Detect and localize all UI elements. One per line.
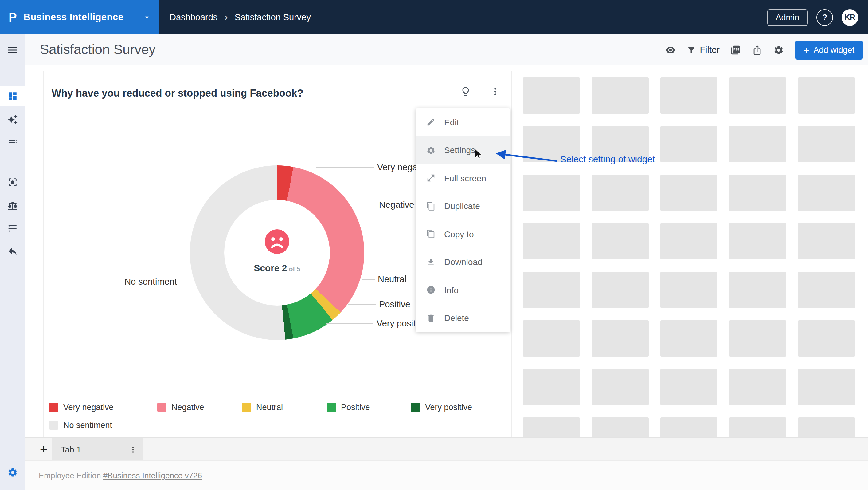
widget-title: Why have you reduced or stopped using Fa… <box>52 87 304 99</box>
placeholder-tile <box>592 369 649 405</box>
admin-button[interactable]: Admin <box>767 9 808 26</box>
menu-item-duplicate[interactable]: Duplicate <box>416 192 510 220</box>
download-icon <box>426 258 436 267</box>
plus-icon: + <box>804 46 809 54</box>
placeholder-tile <box>798 272 855 308</box>
tab-bar: + Tab 1 <box>25 437 868 460</box>
placeholder-tile <box>660 126 717 162</box>
sidebar-item-ai-sparkles[interactable] <box>0 110 25 129</box>
visibility-eye-icon[interactable] <box>665 45 676 55</box>
legend-swatch <box>49 420 58 429</box>
avatar[interactable]: KR <box>842 9 858 26</box>
add-widget-button[interactable]: + Add widget <box>795 40 863 59</box>
dashboard-settings-gear-icon[interactable] <box>774 45 784 55</box>
sidebar-item-contents[interactable] <box>0 132 25 152</box>
leader-line <box>348 304 376 305</box>
hamburger-menu-icon[interactable] <box>0 40 25 60</box>
menu-item-edit[interactable]: Edit <box>416 108 510 136</box>
placeholder-tile <box>798 175 855 211</box>
menu-item-info[interactable]: Info <box>416 276 510 304</box>
legend-swatch <box>242 402 251 412</box>
leader-line <box>180 282 193 282</box>
annotation-text: Select setting of widget <box>560 154 655 164</box>
version-link[interactable]: #Business Intelligence v726 <box>103 471 202 480</box>
app-window: P Business Intelligence Dashboards › Sat… <box>0 0 868 490</box>
gear-icon <box>426 146 436 155</box>
leader-line <box>354 205 376 205</box>
menu-item-label: Full screen <box>444 173 486 183</box>
legend-swatch <box>157 402 166 412</box>
menu-item-label: Settings <box>444 145 475 155</box>
filter-funnel-icon <box>687 45 696 54</box>
tab-more-menu-icon[interactable] <box>128 445 137 454</box>
placeholder-tile <box>798 78 855 114</box>
topbar-actions: Admin ? KR <box>767 9 858 26</box>
callout-positive: Positive <box>379 299 410 310</box>
filter-button[interactable]: Filter <box>687 45 719 55</box>
brand-switcher[interactable]: P Business Intelligence <box>0 0 159 34</box>
placeholder-tile <box>798 223 855 259</box>
leader-line <box>326 323 373 324</box>
menu-item-label: Delete <box>444 313 469 323</box>
placeholder-tile <box>660 223 717 259</box>
placeholder-tile <box>523 320 580 356</box>
page-header: Satisfaction Survey Filter <box>25 34 868 65</box>
legend-label: Negative <box>172 402 204 412</box>
placeholder-tile <box>660 175 717 211</box>
legend-swatch <box>49 402 58 412</box>
legend-label: Neutral <box>256 402 283 412</box>
breadcrumb-current: Satisfaction Survey <box>235 12 311 22</box>
placeholder-tile <box>729 126 786 162</box>
sidebar-settings-gear-icon[interactable] <box>0 462 25 482</box>
status-footer: Employee Edition #Business Intelligence … <box>25 460 868 490</box>
sidebar-item-list[interactable] <box>0 218 25 238</box>
callout-negative: Negative <box>379 199 414 210</box>
copy-icon <box>426 230 436 239</box>
placeholder-tile <box>660 417 717 437</box>
menu-item-delete[interactable]: Delete <box>416 304 510 332</box>
menu-item-download[interactable]: Download <box>416 248 510 276</box>
breadcrumb: Dashboards › Satisfaction Survey <box>169 11 311 23</box>
callout-neutral: Neutral <box>378 273 407 285</box>
legend-item: Positive <box>327 401 370 412</box>
export-pdf-icon[interactable] <box>731 45 741 55</box>
placeholder-tile <box>523 223 580 259</box>
breadcrumb-separator-icon: › <box>224 11 227 23</box>
widget-more-menu-icon[interactable] <box>490 86 501 97</box>
sidebar-item-focus[interactable] <box>0 172 25 192</box>
legend-label: Very negative <box>63 402 114 412</box>
legend-label: No sentiment <box>63 420 112 429</box>
trash-icon <box>426 314 436 323</box>
placeholder-tile <box>798 369 855 405</box>
placeholder-tile <box>660 78 717 114</box>
fullscreen-icon <box>426 174 436 183</box>
page-title: Satisfaction Survey <box>40 42 156 58</box>
sidebar <box>0 34 25 490</box>
menu-item-label: Download <box>444 257 483 267</box>
menu-item-full-screen[interactable]: Full screen <box>416 164 510 192</box>
legend-label: Very positive <box>425 402 472 412</box>
placeholder-grid <box>523 78 855 437</box>
brand-name: Business Intelligence <box>24 12 123 23</box>
menu-item-copy-to[interactable]: Copy to <box>416 220 510 248</box>
placeholder-tile <box>729 175 786 211</box>
placeholder-tile <box>798 417 855 437</box>
menu-item-settings[interactable]: Settings <box>416 136 510 164</box>
sidebar-item-dashboards[interactable] <box>0 86 25 106</box>
placeholder-tile <box>523 175 580 211</box>
sidebar-item-back[interactable] <box>0 241 25 261</box>
placeholder-tile <box>523 78 580 114</box>
placeholder-tile <box>798 126 855 162</box>
chevron-down-icon[interactable] <box>143 13 151 22</box>
help-button[interactable]: ? <box>816 9 833 26</box>
menu-item-label: Duplicate <box>444 201 480 211</box>
sad-face-icon <box>264 229 290 255</box>
filter-label: Filter <box>700 45 719 55</box>
sidebar-item-compare[interactable] <box>0 196 25 215</box>
tab-1[interactable]: Tab 1 <box>52 438 143 461</box>
breadcrumb-dashboards[interactable]: Dashboards <box>169 12 217 22</box>
tab-label: Tab 1 <box>61 445 81 454</box>
share-icon[interactable] <box>752 45 763 55</box>
insights-lightbulb-icon[interactable] <box>460 86 471 97</box>
widget-context-menu: Edit Settings Full screen Duplicate Copy… <box>416 108 510 332</box>
